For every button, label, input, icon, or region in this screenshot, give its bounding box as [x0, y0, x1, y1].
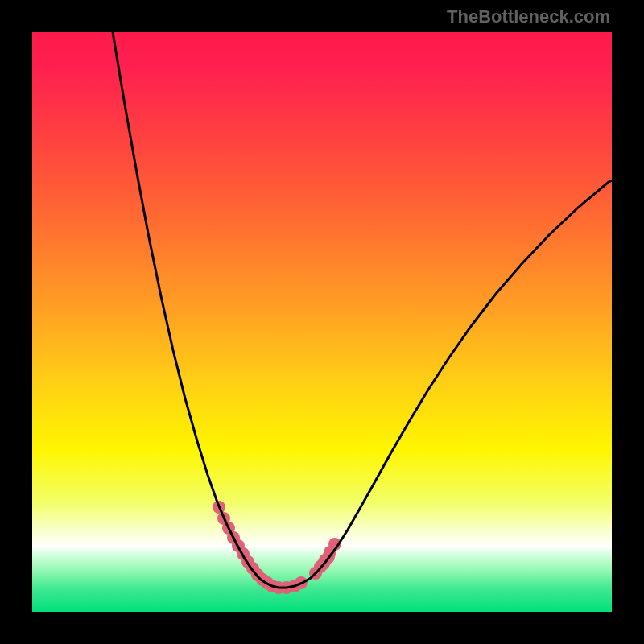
watermark-text: TheBottleneck.com — [447, 6, 610, 27]
plot-area — [32, 32, 612, 612]
chart-curve-layer — [32, 32, 612, 612]
bottleneck-curve — [113, 32, 612, 588]
